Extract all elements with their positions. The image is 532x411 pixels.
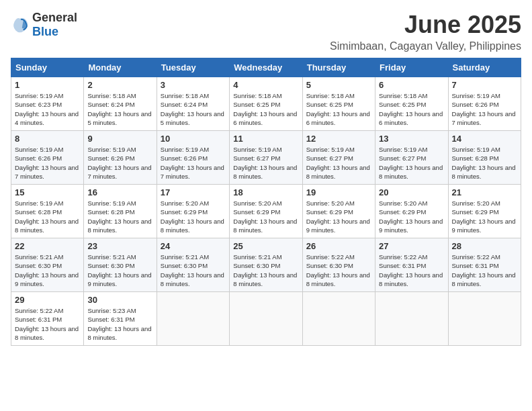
cell-info: Sunrise: 5:20 AMSunset: 6:29 PMDaylight:… [233, 199, 298, 234]
day-number: 6 [379, 80, 444, 90]
day-number: 13 [379, 134, 444, 144]
calendar-cell-1-3: 3 Sunrise: 5:18 AMSunset: 6:24 PMDayligh… [157, 77, 229, 131]
cell-info: Sunrise: 5:19 AMSunset: 6:26 PMDaylight:… [161, 145, 226, 181]
calendar-cell-5-6 [375, 292, 448, 346]
calendar-cell-4-2: 23 Sunrise: 5:21 AMSunset: 6:30 PMDaylig… [84, 238, 157, 292]
day-number: 11 [233, 134, 298, 144]
day-number: 22 [15, 241, 80, 251]
day-number: 3 [161, 80, 226, 90]
title-section: June 2025 Simimbaan, Cagayan Valley, Phi… [330, 11, 521, 52]
calendar-week-3: 15 Sunrise: 5:19 AMSunset: 6:28 PMDaylig… [11, 185, 521, 238]
day-number: 12 [306, 134, 371, 144]
cell-info: Sunrise: 5:19 AMSunset: 6:26 PMDaylight:… [87, 145, 152, 181]
calendar-cell-2-3: 10 Sunrise: 5:19 AMSunset: 6:26 PMDaylig… [157, 131, 229, 185]
calendar-cell-4-6: 27 Sunrise: 5:22 AMSunset: 6:31 PMDaylig… [375, 238, 448, 292]
cell-info: Sunrise: 5:18 AMSunset: 6:25 PMDaylight:… [379, 91, 444, 127]
header-tuesday: Tuesday [157, 58, 229, 77]
cell-info: Sunrise: 5:19 AMSunset: 6:23 PMDaylight:… [15, 91, 80, 127]
cell-info: Sunrise: 5:20 AMSunset: 6:29 PMDaylight:… [161, 199, 226, 234]
calendar-cell-5-5 [302, 292, 375, 346]
calendar-cell-1-1: 1 Sunrise: 5:19 AMSunset: 6:23 PMDayligh… [11, 77, 84, 131]
logo-blue: Blue [32, 25, 58, 38]
day-number: 23 [87, 241, 152, 251]
day-number: 4 [233, 80, 298, 90]
cell-info: Sunrise: 5:21 AMSunset: 6:30 PMDaylight:… [87, 253, 152, 288]
day-number: 30 [87, 295, 152, 305]
calendar-table: Sunday Monday Tuesday Wednesday Thursday… [11, 58, 521, 346]
header-friday: Friday [375, 58, 448, 77]
calendar-cell-4-1: 22 Sunrise: 5:21 AMSunset: 6:30 PMDaylig… [11, 238, 84, 292]
calendar-cell-5-2: 30 Sunrise: 5:23 AMSunset: 6:31 PMDaylig… [84, 292, 157, 346]
cell-info: Sunrise: 5:18 AMSunset: 6:25 PMDaylight:… [306, 91, 371, 127]
calendar-cell-2-7: 14 Sunrise: 5:19 AMSunset: 6:28 PMDaylig… [448, 131, 521, 185]
logo: General Blue [11, 11, 77, 39]
day-number: 15 [15, 187, 80, 197]
day-number: 21 [452, 187, 517, 197]
cell-info: Sunrise: 5:18 AMSunset: 6:25 PMDaylight:… [233, 91, 298, 127]
day-number: 28 [452, 241, 517, 251]
cell-info: Sunrise: 5:22 AMSunset: 6:31 PMDaylight:… [452, 253, 517, 288]
calendar-cell-4-7: 28 Sunrise: 5:22 AMSunset: 6:31 PMDaylig… [448, 238, 521, 292]
day-number: 25 [233, 241, 298, 251]
calendar-cell-3-7: 21 Sunrise: 5:20 AMSunset: 6:29 PMDaylig… [448, 185, 521, 238]
cell-info: Sunrise: 5:19 AMSunset: 6:27 PMDaylight:… [306, 145, 371, 181]
calendar-cell-3-3: 17 Sunrise: 5:20 AMSunset: 6:29 PMDaylig… [157, 185, 229, 238]
calendar-cell-1-4: 4 Sunrise: 5:18 AMSunset: 6:25 PMDayligh… [230, 77, 302, 131]
header-saturday: Saturday [448, 58, 521, 77]
day-number: 27 [379, 241, 444, 251]
calendar-cell-5-4 [230, 292, 302, 346]
calendar-header-row: Sunday Monday Tuesday Wednesday Thursday… [11, 58, 521, 77]
day-number: 16 [87, 187, 152, 197]
cell-info: Sunrise: 5:21 AMSunset: 6:30 PMDaylight:… [233, 253, 298, 288]
calendar-cell-2-6: 13 Sunrise: 5:19 AMSunset: 6:27 PMDaylig… [375, 131, 448, 185]
day-number: 7 [452, 80, 517, 90]
day-number: 9 [87, 134, 152, 144]
day-number: 8 [15, 134, 80, 144]
day-number: 20 [379, 187, 444, 197]
calendar-cell-1-6: 6 Sunrise: 5:18 AMSunset: 6:25 PMDayligh… [375, 77, 448, 131]
cell-info: Sunrise: 5:22 AMSunset: 6:30 PMDaylight:… [306, 253, 371, 288]
calendar-cell-5-1: 29 Sunrise: 5:22 AMSunset: 6:31 PMDaylig… [11, 292, 84, 346]
calendar-cell-3-1: 15 Sunrise: 5:19 AMSunset: 6:28 PMDaylig… [11, 185, 84, 238]
calendar-cell-2-4: 11 Sunrise: 5:19 AMSunset: 6:27 PMDaylig… [230, 131, 302, 185]
calendar-week-1: 1 Sunrise: 5:19 AMSunset: 6:23 PMDayligh… [11, 77, 521, 131]
day-number: 14 [452, 134, 517, 144]
calendar-cell-1-5: 5 Sunrise: 5:18 AMSunset: 6:25 PMDayligh… [302, 77, 375, 131]
calendar-cell-2-5: 12 Sunrise: 5:19 AMSunset: 6:27 PMDaylig… [302, 131, 375, 185]
day-number: 29 [15, 295, 80, 305]
cell-info: Sunrise: 5:18 AMSunset: 6:24 PMDaylight:… [87, 91, 152, 127]
calendar-week-2: 8 Sunrise: 5:19 AMSunset: 6:26 PMDayligh… [11, 131, 521, 185]
cell-info: Sunrise: 5:20 AMSunset: 6:29 PMDaylight:… [306, 199, 371, 234]
cell-info: Sunrise: 5:21 AMSunset: 6:30 PMDaylight:… [161, 253, 226, 288]
day-number: 10 [161, 134, 226, 144]
day-number: 1 [15, 80, 80, 90]
cell-info: Sunrise: 5:18 AMSunset: 6:24 PMDaylight:… [161, 91, 226, 127]
cell-info: Sunrise: 5:22 AMSunset: 6:31 PMDaylight:… [379, 253, 444, 288]
header: General Blue June 2025 Simimbaan, Cagaya… [11, 11, 521, 52]
cell-info: Sunrise: 5:19 AMSunset: 6:28 PMDaylight:… [87, 199, 152, 234]
calendar-cell-3-5: 19 Sunrise: 5:20 AMSunset: 6:29 PMDaylig… [302, 185, 375, 238]
logo-text: General Blue [32, 11, 77, 39]
header-sunday: Sunday [11, 58, 84, 77]
day-number: 24 [161, 241, 226, 251]
day-number: 19 [306, 187, 371, 197]
calendar-cell-4-4: 25 Sunrise: 5:21 AMSunset: 6:30 PMDaylig… [230, 238, 302, 292]
calendar-cell-1-7: 7 Sunrise: 5:19 AMSunset: 6:26 PMDayligh… [448, 77, 521, 131]
cell-info: Sunrise: 5:22 AMSunset: 6:31 PMDaylight:… [15, 306, 80, 342]
cell-info: Sunrise: 5:20 AMSunset: 6:29 PMDaylight:… [452, 199, 517, 234]
header-monday: Monday [84, 58, 157, 77]
cell-info: Sunrise: 5:19 AMSunset: 6:26 PMDaylight:… [452, 91, 517, 127]
cell-info: Sunrise: 5:19 AMSunset: 6:28 PMDaylight:… [452, 145, 517, 181]
cell-info: Sunrise: 5:19 AMSunset: 6:26 PMDaylight:… [15, 145, 80, 181]
month-year-title: June 2025 [330, 11, 521, 39]
cell-info: Sunrise: 5:21 AMSunset: 6:30 PMDaylight:… [15, 253, 80, 288]
calendar-cell-3-6: 20 Sunrise: 5:20 AMSunset: 6:29 PMDaylig… [375, 185, 448, 238]
cell-info: Sunrise: 5:19 AMSunset: 6:27 PMDaylight:… [233, 145, 298, 181]
cell-info: Sunrise: 5:19 AMSunset: 6:28 PMDaylight:… [15, 199, 80, 234]
day-number: 2 [87, 80, 152, 90]
header-wednesday: Wednesday [230, 58, 302, 77]
cell-info: Sunrise: 5:20 AMSunset: 6:29 PMDaylight:… [379, 199, 444, 234]
day-number: 5 [306, 80, 371, 90]
day-number: 17 [161, 187, 226, 197]
cell-info: Sunrise: 5:23 AMSunset: 6:31 PMDaylight:… [87, 306, 152, 342]
